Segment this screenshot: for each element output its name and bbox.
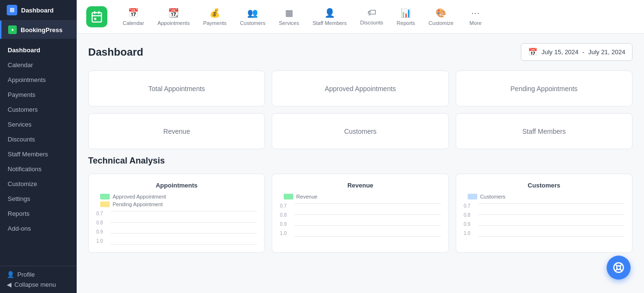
stat-label: Revenue: [163, 128, 190, 135]
legend-revenue: Revenue: [284, 194, 440, 199]
dashboard-icon: ⊞: [7, 5, 17, 15]
stat-card-approved-appointments: Approved Appointments: [272, 70, 448, 106]
topnav-services[interactable]: ▦ Services: [273, 4, 305, 30]
chart-revenue: Revenue Revenue 1.0 0.9 0.8 0.7: [272, 174, 448, 253]
sidebar-item-label: Add-ons: [8, 225, 31, 232]
legend-pending: Pending Appointment: [100, 201, 257, 207]
topnav-reports[interactable]: 📊 Reports: [391, 4, 421, 30]
sidebar-brand-row[interactable]: ✦ BookingPress: [0, 21, 77, 39]
topnav-customers-label: Customers: [240, 20, 265, 26]
date-range-picker[interactable]: 📅 July 15, 2024 - July 21, 2024: [521, 43, 632, 61]
topnav-payments[interactable]: 💰 Payments: [197, 4, 232, 30]
charts-grid: Appointments Approved Appointment Pendin…: [88, 174, 632, 253]
chart-plot-appointments: [111, 211, 257, 245]
date-to: July 21, 2024: [588, 48, 625, 56]
bookingpress-icon: ✦: [8, 25, 17, 34]
sidebar-item-label: Settings: [8, 195, 30, 202]
sidebar-item-label: Appointments: [8, 76, 46, 83]
pending-swatch: [100, 201, 110, 207]
sidebar-item-addons[interactable]: Add-ons: [0, 221, 77, 236]
help-icon: [613, 262, 624, 273]
chart-plot-customers: [478, 203, 624, 237]
chart-appointments-legend: Approved Appointment Pending Appointment: [100, 194, 257, 207]
y-axis-appointments: 1.0 0.9 0.8 0.7: [96, 211, 107, 245]
topnav-reports-label: Reports: [397, 20, 415, 26]
stat-cards-grid: Total Appointments Approved Appointments…: [88, 70, 632, 149]
chart-customers: Customers Customers 1.0 0.9 0.8 0.7: [456, 174, 632, 253]
topnav-calendar[interactable]: 📅 Calendar: [117, 4, 150, 30]
sidebar-item-calendar[interactable]: Calendar: [0, 58, 77, 72]
svg-line-6: [615, 270, 617, 271]
topnav-appointments-label: Appointments: [158, 20, 190, 26]
content-area: Dashboard 📅 July 15, 2024 - July 21, 202…: [77, 34, 644, 293]
stat-label: Customers: [344, 128, 377, 135]
profile-icon: 👤: [7, 271, 14, 278]
sidebar-item-label: Customize: [8, 180, 37, 188]
sidebar-item-dashboard[interactable]: Dashboard: [0, 43, 77, 58]
topnav-staff-label: Staff Members: [312, 20, 346, 26]
svg-line-4: [615, 264, 617, 266]
collapse-menu-button[interactable]: ◀ Collapse menu: [7, 281, 70, 288]
collapse-icon: ◀: [7, 281, 12, 288]
stat-label: Staff Members: [522, 128, 566, 135]
sidebar-item-reports[interactable]: Reports: [0, 206, 77, 221]
sidebar-item-payments[interactable]: Payments: [0, 87, 77, 102]
stat-label: Pending Appointments: [510, 85, 577, 93]
revenue-swatch: [284, 194, 293, 199]
y-axis-revenue: 1.0 0.9 0.8 0.7: [280, 203, 290, 237]
stat-card-staff-members: Staff Members: [456, 113, 632, 149]
more-icon: ⋯: [471, 8, 480, 18]
topnav-customize[interactable]: 🎨 Customize: [423, 4, 459, 30]
topnav-more-label: More: [470, 20, 482, 26]
customers-icon: 👥: [247, 8, 258, 18]
bookingpress-logo[interactable]: [86, 6, 107, 27]
sidebar-item-label: Dashboard: [8, 47, 40, 54]
stat-label: Total Appointments: [149, 85, 205, 93]
sidebar-item-appointments[interactable]: Appointments: [0, 72, 77, 87]
payments-icon: 💰: [209, 8, 220, 18]
chart-customers-title: Customers: [464, 182, 624, 189]
page-title: Dashboard: [88, 46, 143, 59]
sidebar-item-label: Notifications: [8, 165, 42, 173]
sidebar-item-customize[interactable]: Customize: [0, 176, 77, 191]
logo-icon: [91, 11, 103, 23]
sidebar-item-label: Calendar: [8, 61, 33, 69]
approved-swatch: [100, 194, 110, 199]
stat-card-customers: Customers: [272, 113, 448, 149]
topnav-appointments[interactable]: 📆 Appointments: [152, 4, 196, 30]
sidebar: ⊞ Dashboard ✦ BookingPress Dashboard Cal…: [0, 0, 77, 293]
topnav-discounts-label: Discounts: [360, 20, 383, 25]
dashboard-header: Dashboard 📅 July 15, 2024 - July 21, 202…: [88, 43, 632, 61]
collapse-label: Collapse menu: [14, 281, 56, 288]
sidebar-item-discounts[interactable]: Discounts: [0, 132, 77, 147]
profile-label: Profile: [17, 271, 35, 278]
customers-swatch: [468, 194, 477, 199]
topnav-more[interactable]: ⋯ More: [461, 4, 490, 30]
topnav-payments-label: Payments: [203, 20, 227, 26]
sidebar-item-label: Customers: [8, 106, 38, 113]
appointments-icon: 📆: [168, 8, 179, 18]
chart-customers-area: 1.0 0.9 0.8 0.7: [464, 203, 624, 237]
chart-plot-revenue: [294, 203, 440, 237]
sidebar-item-customers[interactable]: Customers: [0, 102, 77, 117]
stat-card-pending-appointments: Pending Appointments: [456, 70, 632, 106]
sidebar-item-staff-members[interactable]: Staff Members: [0, 147, 77, 162]
sidebar-item-services[interactable]: Services: [0, 117, 77, 132]
sidebar-app-header: ⊞ Dashboard: [0, 0, 77, 21]
help-fab-button[interactable]: [607, 256, 631, 280]
topnav-customers[interactable]: 👥 Customers: [234, 4, 271, 30]
topnav-customize-label: Customize: [428, 20, 453, 26]
stat-card-total-appointments: Total Appointments: [88, 70, 265, 106]
profile-row[interactable]: 👤 Profile: [7, 271, 70, 278]
legend-customers-label: Customers: [480, 194, 506, 199]
topnav-discounts[interactable]: 🏷 Discounts: [355, 4, 389, 29]
sidebar-item-notifications[interactable]: Notifications: [0, 162, 77, 176]
svg-line-7: [621, 270, 622, 271]
topnav-staff-members[interactable]: 👤 Staff Members: [307, 4, 352, 30]
stat-card-revenue: Revenue: [88, 113, 265, 149]
sidebar-item-settings[interactable]: Settings: [0, 191, 77, 206]
legend-approved-label: Approved Appointment: [113, 194, 166, 199]
chart-revenue-area: 1.0 0.9 0.8 0.7: [280, 203, 440, 237]
legend-pending-label: Pending Appointment: [113, 201, 163, 207]
chart-customers-legend: Customers: [468, 194, 624, 199]
